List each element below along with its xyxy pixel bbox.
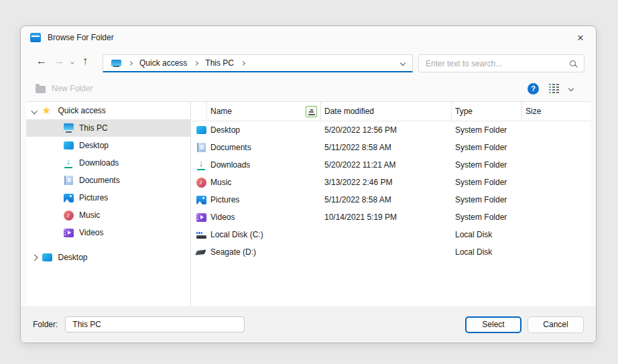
tree-item-icon [63, 123, 74, 133]
file-type: System Folder [452, 125, 522, 135]
tree-item[interactable]: Downloads [26, 154, 190, 172]
tree-item-icon [63, 158, 74, 168]
toolbar-tools [528, 83, 573, 95]
details-view-icon[interactable] [549, 83, 559, 95]
search-box [418, 54, 584, 72]
file-name: Seagate (D:) [207, 247, 321, 257]
file-icon [196, 212, 206, 223]
recent-locations-chevron-icon[interactable] [70, 60, 74, 64]
view-options-chevron-icon[interactable] [568, 86, 574, 91]
column-header-type[interactable]: Type [452, 102, 522, 121]
file-row[interactable]: Pictures 5/11/2022 8:58 AM System Folder [191, 191, 591, 208]
column-header-name[interactable]: Name [207, 102, 321, 121]
folder-icon [36, 86, 46, 93]
search-icon [570, 60, 576, 66]
tree-item-label: Quick access [58, 106, 106, 115]
tree-item-label: Pictures [79, 193, 108, 202]
tree-item-label: Videos [79, 228, 103, 237]
file-type: Local Disk [452, 247, 522, 257]
file-date-modified: 3/13/2022 2:46 PM [321, 178, 452, 187]
breadcrumb-separator-icon [241, 60, 245, 65]
tree-item-icon [63, 192, 74, 203]
column-label-name: Name [210, 107, 232, 116]
file-row[interactable]: Desktop 5/20/2022 12:56 PM System Folder [191, 121, 591, 139]
file-icon [196, 125, 206, 135]
file-row[interactable]: Documents 5/11/2022 8:58 AM System Folde… [191, 139, 591, 156]
file-row[interactable]: Music 3/13/2022 2:46 PM System Folder [191, 174, 591, 191]
tree-item-icon [63, 210, 74, 221]
tree-item-label: This PC [79, 123, 108, 133]
back-button[interactable]: ← [36, 55, 47, 67]
file-date-modified: 5/11/2022 8:58 AM [321, 143, 452, 152]
breadcrumb-separator-icon [194, 60, 198, 65]
file-row[interactable]: Downloads 5/20/2022 11:21 AM System Fold… [191, 156, 591, 174]
column-header-icon[interactable] [191, 102, 207, 121]
this-pc-icon [111, 59, 121, 68]
breadcrumb-item-this-pc[interactable]: This PC [205, 58, 234, 68]
tree-item-label: Desktop [79, 141, 109, 150]
file-name: Documents [207, 143, 321, 152]
footer: Folder: Select Cancel [21, 306, 596, 343]
content-area: Quick access This PC Desktop [26, 101, 591, 307]
new-folder-label: New Folder [52, 84, 92, 93]
column-header-size[interactable]: Size [522, 102, 591, 121]
tree-item[interactable]: Desktop [26, 249, 190, 266]
file-type: System Folder [452, 213, 522, 222]
tree-item-label: Downloads [79, 158, 119, 168]
search-input[interactable] [426, 59, 570, 68]
file-name: Desktop [207, 125, 321, 135]
tree-item[interactable]: Music [26, 206, 190, 224]
tree-item-icon [42, 105, 53, 116]
file-icon [196, 247, 206, 257]
column-label-date-modified: Date modified [324, 107, 374, 116]
folder-label: Folder: [33, 320, 58, 329]
file-row[interactable]: Local Disk (C:) Local Disk [191, 226, 591, 243]
column-header-date-modified[interactable]: Date modified [321, 102, 452, 121]
column-label-type: Type [455, 107, 473, 116]
file-type: System Folder [452, 143, 522, 152]
breadcrumb[interactable]: Quick access This PC [103, 54, 413, 72]
window-icon [30, 33, 41, 42]
file-icon [196, 177, 206, 188]
file-name: Local Disk (C:) [207, 230, 321, 239]
file-name: Downloads [207, 160, 321, 170]
breadcrumb-separator-icon [128, 60, 133, 65]
tree-item-icon [63, 227, 74, 238]
titlebar: Browse For Folder × [21, 26, 596, 49]
file-type: Local Disk [452, 230, 522, 239]
cancel-button[interactable]: Cancel [528, 316, 584, 333]
tree-item[interactable]: Quick access [26, 102, 190, 119]
file-icon [196, 160, 206, 170]
file-row[interactable]: Seagate (D:) Local Disk [191, 243, 591, 261]
folder-input[interactable] [65, 316, 245, 332]
file-type: System Folder [452, 178, 522, 187]
tree-item[interactable]: Documents [26, 172, 190, 189]
up-button[interactable]: ↑ [82, 55, 88, 67]
column-label-size: Size [526, 107, 541, 116]
tree-item-icon [63, 175, 74, 186]
file-icon [196, 142, 206, 153]
select-button[interactable]: Select [465, 316, 521, 333]
new-folder-button[interactable]: New Folder [36, 84, 92, 93]
expander-icon[interactable] [32, 107, 38, 113]
breadcrumb-dropdown-icon[interactable] [400, 60, 406, 66]
file-list: Name Date modified Type Size Desktop 5/2… [190, 102, 591, 306]
tree-item[interactable]: This PC [26, 119, 190, 137]
file-type: System Folder [452, 160, 522, 170]
breadcrumb-item-quick-access[interactable]: Quick access [139, 58, 187, 68]
tree-item-icon [42, 252, 53, 263]
file-row[interactable]: Videos 10/14/2021 5:19 PM System Folder [191, 208, 591, 226]
file-icon [196, 229, 206, 240]
file-type: System Folder [452, 195, 522, 204]
tree-item[interactable]: Videos [26, 224, 190, 241]
navigation-bar: ← → ↑ Quick access This PC [21, 49, 596, 76]
forward-button[interactable]: → [54, 55, 64, 67]
tree-item[interactable]: Desktop [26, 137, 190, 154]
expander-icon[interactable] [32, 254, 38, 260]
browse-for-folder-dialog: Browse For Folder × ← → ↑ Quick access T… [20, 25, 597, 343]
folder-tree: Quick access This PC Desktop [26, 102, 190, 306]
close-icon[interactable]: × [574, 32, 586, 44]
tree-item[interactable]: Pictures [26, 189, 190, 206]
sort-ascending-icon[interactable] [306, 106, 317, 117]
help-icon[interactable] [528, 83, 539, 95]
